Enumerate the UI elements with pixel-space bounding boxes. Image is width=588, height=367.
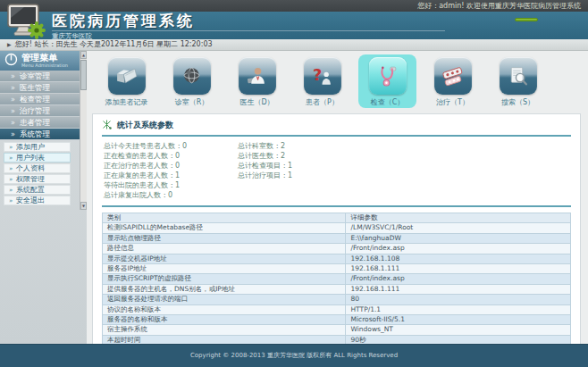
param-category-cell: 服务器IP地址 xyxy=(103,264,346,274)
param-value-cell: /LM/W3SVC/1/Root xyxy=(346,223,571,233)
param-category-cell: 宿主操作系统 xyxy=(103,325,346,335)
scroll-up-icon[interactable]: ▲ xyxy=(80,51,87,59)
sidebar-scrollbar[interactable]: ▲ ▼ xyxy=(80,51,87,210)
stat-value: 1 xyxy=(175,171,180,179)
sidebar-submenu-item[interactable]: »用户列表 xyxy=(4,153,71,163)
sidebar-submenu-item[interactable]: »添加用户 xyxy=(4,142,71,152)
sidebar: 管理菜单 Menu Administration »诊室管理 »医生管理 »检查… xyxy=(0,51,87,344)
param-value-cell: Windows_NT xyxy=(346,325,571,335)
header-nav xyxy=(515,18,577,21)
table-header-row: 类别 详细参数 xyxy=(103,213,571,223)
sidebar-submenu: »添加用户 »用户列表 »个人资料 »权限管理 »系统配置 »安全退出 xyxy=(0,140,80,205)
toolbar-item-clinic-room[interactable]: 诊室（R） xyxy=(163,54,221,108)
copyright-text: Copyright © 2008-2013 重庆芳华医院 版权所有 ALL Ri… xyxy=(190,352,398,359)
stat-label: 正在康复的患者人数： xyxy=(104,171,175,179)
submenu-item-label: 用户列表 xyxy=(16,154,45,162)
toolbar-item-patient[interactable]: ? 患者（P） xyxy=(293,54,351,108)
table-row: 显示提交机器IP地址 192.168.1.108 xyxy=(103,254,571,263)
param-value-cell: /Front/index.asp xyxy=(346,244,571,254)
app-logo-monitor-gear-icon xyxy=(6,3,47,40)
param-category-cell: 显示执行SCRIPT的虚拟路径 xyxy=(103,274,346,284)
stats-left-column: 总计今天挂号患者人数：0正在检查的患者人数：0正在治疗的患者人数：0正在康复的患… xyxy=(104,141,238,200)
search-icon xyxy=(500,57,537,95)
stat-label: 总计医生数： xyxy=(238,152,281,160)
status-arrow-icon: ▶ xyxy=(7,41,12,47)
app-header: 医院病历管理系统 重庆芳华医院 xyxy=(0,12,588,39)
arrow-icon: » xyxy=(9,196,13,205)
svg-text:?: ? xyxy=(313,65,322,83)
sidebar-item-label: 诊室管理 xyxy=(20,71,50,80)
param-value-cell: /Front/index.asp xyxy=(346,274,571,284)
stat-value: 0 xyxy=(175,152,180,160)
stats-section-header: 统计及系统参数 xyxy=(102,118,571,137)
footer: Copyright © 2008-2013 重庆芳华医院 版权所有 ALL Ri… xyxy=(0,344,588,367)
stat-line: 总计康复出院人数：0 xyxy=(104,190,238,200)
sidebar-submenu-item[interactable]: »权限管理 xyxy=(4,174,71,184)
param-value-cell: HTTP/1.1 xyxy=(346,304,571,314)
sidebar-item-label: 医生管理 xyxy=(20,83,50,92)
param-value-cell: 192.168.1.108 xyxy=(346,254,571,263)
doctor-icon xyxy=(239,57,276,95)
stat-value: 1 xyxy=(288,162,292,170)
stat-label: 等待出院的患者人数： xyxy=(104,181,175,189)
toolbar-item-doctor[interactable]: 医生（D） xyxy=(228,54,286,108)
toolbar-item-treatment[interactable]: 治疗（T） xyxy=(424,54,482,108)
nav-button[interactable] xyxy=(515,18,538,21)
arrow-icon: » xyxy=(11,71,15,82)
sidebar-menu-item[interactable]: »医生管理 xyxy=(0,82,80,94)
toolbar-item-label: 诊室（R） xyxy=(163,98,221,106)
sidebar-submenu-item[interactable]: »个人资料 xyxy=(4,163,71,173)
param-value-cell: 80 xyxy=(346,295,571,304)
arrow-icon: » xyxy=(9,143,13,152)
param-category-cell: 检测ISAPIDLL的Metabase路径 xyxy=(103,223,346,233)
stat-value: 0 xyxy=(175,162,180,170)
sidebar-subtitle: Menu Administration xyxy=(21,63,68,68)
param-category-cell: 显示站点物理路径 xyxy=(103,233,346,243)
scrollbar-thumb[interactable] xyxy=(80,60,87,90)
stat-value: 1 xyxy=(288,171,292,179)
param-category-cell: 路径信息 xyxy=(103,244,346,254)
stat-value: 0 xyxy=(182,142,187,150)
table-row: 显示执行SCRIPT的虚拟路径 /Front/index.asp xyxy=(103,274,571,284)
param-value-cell: 192.168.1.111 xyxy=(346,284,571,294)
sidebar-submenu-item[interactable]: »安全退出 xyxy=(4,196,71,205)
top-strip: 您好：admin! 欢迎使用重庆芳华医院病历管理系统 xyxy=(0,0,588,12)
toolbar-item-examination[interactable]: 检查（C） xyxy=(358,54,416,108)
table-row: 协议的名称和版本 HTTP/1.1 xyxy=(103,304,571,314)
param-category-cell: 本超时时间 xyxy=(103,335,346,344)
sidebar-header: 管理菜单 Menu Administration xyxy=(0,51,80,71)
stat-line: 总计检查项目：1 xyxy=(238,161,292,171)
stat-label: 总计今天挂号患者人数： xyxy=(104,142,182,150)
param-category-cell: 返回服务器处理请求的端口 xyxy=(103,295,346,304)
status-bar: ▶您好! 站长：田先生 今天是2012年11月6日 星期二 12:20:03 xyxy=(0,39,588,51)
toolbar-item-search[interactable]: 搜索（S） xyxy=(489,54,547,108)
column-header-category: 类别 xyxy=(103,213,346,223)
sidebar-submenu-item[interactable]: »系统配置 xyxy=(4,185,71,195)
table-row: 返回服务器处理请求的端口 80 xyxy=(103,295,571,304)
sidebar-menu-item[interactable]: »检查管理 xyxy=(0,94,80,105)
patient-icon: ? xyxy=(304,57,341,95)
arrow-icon: » xyxy=(9,154,13,163)
sidebar-menu-item[interactable]: »系统管理 xyxy=(0,129,80,140)
toolbar-item-add-patient-record[interactable]: 添加患者记录 xyxy=(97,54,155,108)
title-block: 医院病历管理系统 重庆芳华医院 xyxy=(52,13,445,40)
stat-label: 总计康复出院人数： xyxy=(104,191,168,199)
sidebar-menu-item[interactable]: »患者管理 xyxy=(0,117,80,129)
sidebar-title: 管理菜单 xyxy=(21,54,68,63)
submenu-item-label: 权限管理 xyxy=(16,175,45,183)
scroll-down-icon[interactable]: ▼ xyxy=(80,202,87,210)
menu-circle-icon xyxy=(4,53,18,70)
submenu-item-label: 添加用户 xyxy=(16,143,45,151)
table-row: 路径信息 /Front/index.asp xyxy=(103,244,571,254)
sidebar-menu-item[interactable]: »治疗管理 xyxy=(0,105,80,117)
page-title: 医院病历管理系统 xyxy=(52,13,445,29)
sidebar-menu-item[interactable]: »诊室管理 xyxy=(0,71,80,82)
submenu-item-label: 安全退出 xyxy=(16,196,45,204)
arrow-icon: » xyxy=(11,94,15,105)
param-value-cell: 192.168.1.111 xyxy=(346,264,571,274)
stat-line: 正在康复的患者人数：1 xyxy=(104,171,238,180)
stat-label: 总计治疗项目： xyxy=(238,171,288,179)
submenu-item-label: 系统配置 xyxy=(16,186,45,194)
table-row: 提供服务器的主机名，DNS别名，或IP地址 192.168.1.111 xyxy=(103,284,571,294)
toolbar-item-label: 患者（P） xyxy=(293,98,351,106)
